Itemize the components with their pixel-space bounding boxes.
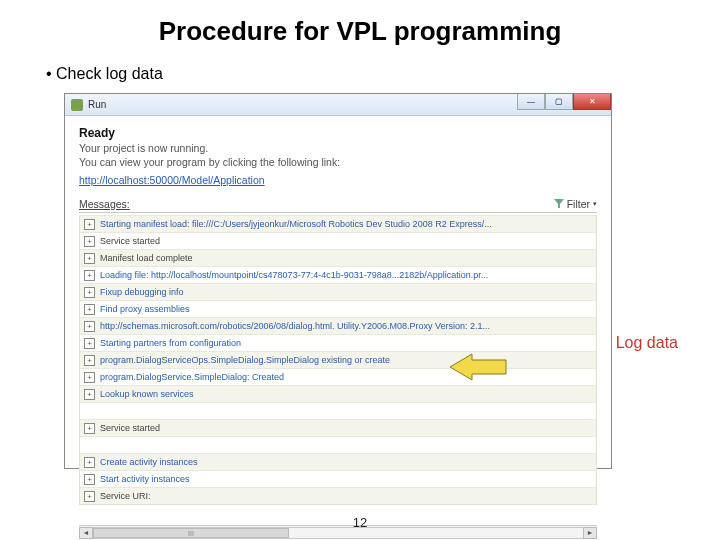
expand-icon[interactable]: + — [84, 372, 95, 383]
expand-icon[interactable]: + — [84, 457, 95, 468]
expand-icon[interactable]: + — [84, 304, 95, 315]
log-text: Find proxy assemblies — [100, 304, 596, 314]
window-maximize-button[interactable]: ▢ — [545, 94, 573, 110]
application-link[interactable]: http://localhost:50000/Model/Application — [79, 174, 265, 186]
log-text: Create activity instances — [100, 457, 596, 467]
log-text: program.DialogServiceOps.SimpleDialog.Si… — [100, 355, 596, 365]
log-row[interactable]: +Service started — [80, 232, 596, 249]
app-icon — [71, 99, 83, 111]
log-row[interactable]: +Find proxy assemblies — [80, 300, 596, 317]
annotation-arrow-icon — [444, 352, 514, 382]
expand-icon[interactable]: + — [84, 321, 95, 332]
window-titlebar[interactable]: Run — ▢ ✕ — [65, 94, 611, 116]
log-text: Lookup known services — [100, 389, 596, 399]
log-row[interactable]: +Starting manifest load: file:///C:/User… — [80, 215, 596, 232]
log-row[interactable]: +Create activity instances — [80, 453, 596, 470]
page-number: 12 — [0, 515, 720, 530]
log-text: http://schemas.microsoft.com/robotics/20… — [100, 321, 596, 331]
log-text: Loading file: http://localhost/mountpoin… — [100, 270, 596, 280]
chevron-down-icon: ▾ — [593, 200, 597, 208]
ready-heading: Ready — [79, 126, 597, 140]
log-row[interactable]: +Lookup known services — [80, 385, 596, 402]
filter-dropdown[interactable]: Filter ▾ — [554, 198, 597, 210]
log-row-empty — [80, 436, 596, 453]
log-text: Service URI: — [100, 491, 596, 501]
ready-sub-2: You can view your program by clicking th… — [79, 156, 597, 168]
slide-bullet: Check log data — [46, 65, 680, 83]
run-window: Run — ▢ ✕ Ready Your project is now runn… — [64, 93, 612, 469]
expand-icon[interactable]: + — [84, 389, 95, 400]
messages-label: Messages: — [79, 198, 130, 210]
expand-icon[interactable]: + — [84, 270, 95, 281]
log-row[interactable]: +program.DialogServiceOps.SimpleDialog.S… — [80, 351, 596, 368]
window-content: Ready Your project is now running. You c… — [65, 116, 611, 540]
log-row-empty — [80, 402, 596, 419]
log-row[interactable]: +Loading file: http://localhost/mountpoi… — [80, 266, 596, 283]
expand-icon[interactable]: + — [84, 491, 95, 502]
log-text: Starting partners from configuration — [100, 338, 596, 348]
log-text: program.DialogService.SimpleDialog: Crea… — [100, 372, 596, 382]
log-text: Service started — [100, 423, 596, 433]
filter-label: Filter — [567, 198, 590, 210]
window-close-button[interactable]: ✕ — [573, 94, 611, 110]
log-row[interactable]: +Manifest load complete — [80, 249, 596, 266]
log-row[interactable]: +Start activity instances — [80, 470, 596, 487]
slide-title: Procedure for VPL programming — [40, 16, 680, 47]
log-text: Manifest load complete — [100, 253, 596, 263]
expand-icon[interactable]: + — [84, 287, 95, 298]
expand-icon[interactable]: + — [84, 236, 95, 247]
log-list: +Starting manifest load: file:///C:/User… — [79, 215, 597, 505]
log-row[interactable]: +http://schemas.microsoft.com/robotics/2… — [80, 317, 596, 334]
expand-icon[interactable]: + — [84, 253, 95, 264]
expand-icon[interactable]: + — [84, 355, 95, 366]
window-minimize-button[interactable]: — — [517, 94, 545, 110]
svg-marker-0 — [450, 354, 506, 380]
expand-icon[interactable]: + — [84, 219, 95, 230]
log-row[interactable]: +Service URI: — [80, 487, 596, 504]
log-text: Start activity instances — [100, 474, 596, 484]
window-title: Run — [88, 99, 106, 110]
log-row[interactable]: +Starting partners from configuration — [80, 334, 596, 351]
log-row[interactable]: +program.DialogService.SimpleDialog: Cre… — [80, 368, 596, 385]
funnel-icon — [554, 199, 564, 209]
log-text: Fixup debugging info — [100, 287, 596, 297]
log-text: Service started — [100, 236, 596, 246]
log-row[interactable]: +Fixup debugging info — [80, 283, 596, 300]
log-text: Starting manifest load: file:///C:/Users… — [100, 219, 596, 229]
log-row[interactable]: +Service started — [80, 419, 596, 436]
expand-icon[interactable]: + — [84, 338, 95, 349]
ready-sub-1: Your project is now running. — [79, 142, 597, 154]
expand-icon[interactable]: + — [84, 474, 95, 485]
expand-icon[interactable]: + — [84, 423, 95, 434]
annotation-log-data: Log data — [616, 334, 678, 352]
